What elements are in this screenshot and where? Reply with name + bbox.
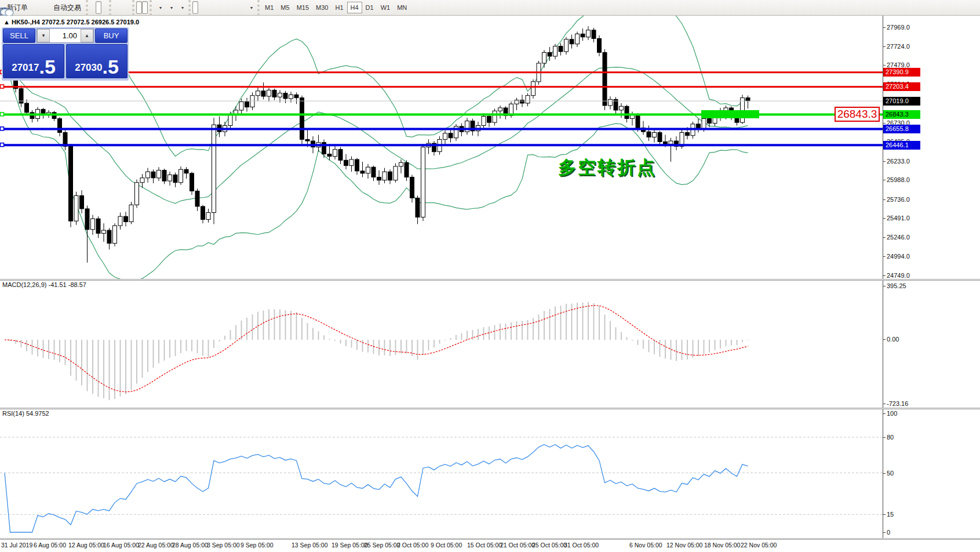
one-click-trading-panel: SELL ▼ ▲ BUY 27017 .5 27030 .5 (2, 27, 129, 81)
crosshair-button[interactable] (198, 1, 204, 14)
price-tick: 26233.0 (887, 158, 910, 165)
trendline-button[interactable] (216, 1, 221, 14)
toolbar-group-5: EFAT▾ (188, 0, 257, 16)
time-tick: 15 Oct 05:00 (467, 542, 502, 549)
macd-rsi-separator[interactable] (0, 408, 980, 409)
cursor-button[interactable] (192, 1, 198, 14)
time-tick: 12 Aug 05:00 (68, 542, 104, 549)
market-button[interactable] (37, 1, 42, 14)
fibonacci-button[interactable]: F (227, 1, 233, 14)
chinese-annotation[interactable]: 多空转折点 (558, 155, 657, 180)
main-price-chart[interactable] (0, 16, 883, 279)
sell-price-display[interactable]: 27017 .5 (3, 44, 64, 78)
price-tick: 25491.0 (887, 215, 910, 221)
price-label-object[interactable]: 26843.3 (835, 107, 880, 122)
sell-button[interactable]: SELL (3, 28, 35, 43)
rsi-tick: 100 (887, 410, 897, 417)
channel-button[interactable]: E (221, 1, 227, 14)
time-tick: 25 Oct 05:00 (532, 542, 567, 549)
time-tick: 19 Sep 05:00 (331, 542, 367, 549)
signals-button[interactable] (42, 1, 48, 14)
hline-button[interactable] (210, 1, 216, 14)
price-tick: 25246.0 (887, 234, 910, 241)
time-tick: 22 Aug 05:00 (138, 542, 174, 549)
rsi-panel[interactable] (0, 409, 883, 538)
vline-button[interactable] (204, 1, 210, 14)
time-tick: 12 Nov 05:00 (666, 542, 702, 549)
toolbar-group-3 (132, 0, 150, 16)
time-tick: 3 Sep 05:00 (207, 542, 240, 549)
time-tick: 28 Aug 05:00 (172, 542, 208, 549)
hline-price-tag: 26843.3 (883, 110, 920, 119)
zoom-out-button[interactable] (119, 1, 125, 14)
timeframe-m5-button[interactable]: M5 (277, 2, 293, 13)
macd-panel[interactable] (0, 281, 883, 408)
time-tick: 22 Nov 05:00 (741, 542, 777, 549)
price-tick: 24994.0 (887, 253, 910, 260)
toolbar-group-1 (86, 0, 109, 16)
chevron-down-icon[interactable]: ▾ (250, 5, 253, 10)
timeframe-d1-button[interactable]: D1 (362, 2, 377, 13)
toolbar: 新订单自动交易▾▾▾EFAT▾M1M5M15M30H1H4D1W1MN (0, 0, 980, 16)
chart-shift-button[interactable] (142, 1, 148, 14)
current-price-tag: 27019.0 (883, 97, 920, 106)
auto-scroll-button[interactable] (136, 1, 142, 14)
zoom-in-button[interactable] (113, 1, 119, 14)
price-axis-border (883, 16, 883, 539)
hline-price-tag: 27390.9 (883, 68, 920, 77)
shapes-button[interactable]: ▾ (245, 1, 256, 14)
time-tick: 25 Sep 05:00 (364, 542, 400, 549)
label-button[interactable]: T (239, 1, 245, 14)
price-tick: 24749.0 (887, 272, 910, 279)
indicators-button[interactable]: ▾ (154, 1, 165, 14)
hline-price-tag: 26655.8 (883, 125, 920, 133)
toolbar-group-2 (109, 0, 132, 16)
main-macd-separator[interactable] (0, 279, 980, 281)
timeframe-m1-button[interactable]: M1 (261, 2, 277, 13)
time-tick: 13 Sep 05:00 (292, 542, 327, 549)
rsi-label: RSI(14) 54.9752 (2, 410, 49, 417)
timeframe-w1-button[interactable]: W1 (377, 2, 394, 13)
time-tick: 6 Aug 05:00 (34, 542, 66, 549)
macd-tick: 395.25 (887, 282, 906, 289)
periods-button[interactable]: ▾ (165, 1, 176, 14)
highlight-bar-object[interactable] (701, 110, 759, 118)
text-button[interactable]: A (233, 1, 239, 14)
metaeditor-button[interactable] (31, 1, 37, 14)
tile-windows-button[interactable] (125, 1, 130, 14)
autotrading-button[interactable]: 自动交易 (48, 1, 84, 14)
line-chart-button[interactable] (101, 1, 107, 14)
time-tick: 9 Oct 05:00 (431, 542, 462, 549)
timeframe-h4-button[interactable]: H4 (347, 2, 362, 13)
mt4-window: 新订单自动交易▾▾▾EFAT▾M1M5M15M30H1H4D1W1MN ▲ HK… (0, 0, 980, 552)
price-tick: 25988.0 (887, 176, 910, 183)
macd-tick: -723.16 (887, 400, 908, 407)
chevron-down-icon[interactable]: ▾ (159, 5, 162, 10)
time-tick: 2 Oct 05:00 (397, 542, 428, 549)
chart-region[interactable]: ▲ HK50-,H4 27072.5 27072.5 26926.5 27019… (0, 16, 980, 552)
templates-button[interactable]: ▾ (176, 1, 187, 14)
timeframe-m15-button[interactable]: M15 (293, 2, 312, 13)
hline-price-tag: 27203.4 (883, 82, 920, 91)
price-tick: 27969.0 (887, 24, 910, 31)
hline-price-tag: 26446.1 (883, 141, 920, 150)
volume-input[interactable] (50, 29, 81, 42)
bar-chart-button[interactable] (90, 1, 96, 14)
timeframe-h1-button[interactable]: H1 (331, 2, 347, 13)
timeframe-mn-button[interactable]: MN (394, 2, 410, 13)
rsi-tick: 15 (887, 511, 894, 518)
chevron-down-icon[interactable]: ▾ (170, 5, 173, 10)
chevron-down-icon[interactable]: ▾ (181, 5, 184, 10)
time-tick: 18 Nov 05:00 (704, 542, 740, 549)
volume-increase-button[interactable]: ▲ (81, 29, 93, 42)
timeframe-group: M1M5M15M30H1H4D1W1MN (257, 0, 412, 16)
buy-price-display[interactable]: 27030 .5 (66, 44, 127, 78)
timeframe-m30-button[interactable]: M30 (312, 2, 331, 13)
time-tick: 31 Jul 2019 (1, 542, 32, 549)
buy-button[interactable]: BUY (95, 28, 127, 43)
time-tick: 9 Sep 05:00 (241, 542, 274, 549)
candle-chart-button[interactable] (96, 1, 101, 14)
volume-decrease-button[interactable]: ▼ (37, 29, 50, 42)
price-tick: 27724.0 (887, 43, 910, 50)
macd-tick: 0.00 (887, 336, 899, 343)
